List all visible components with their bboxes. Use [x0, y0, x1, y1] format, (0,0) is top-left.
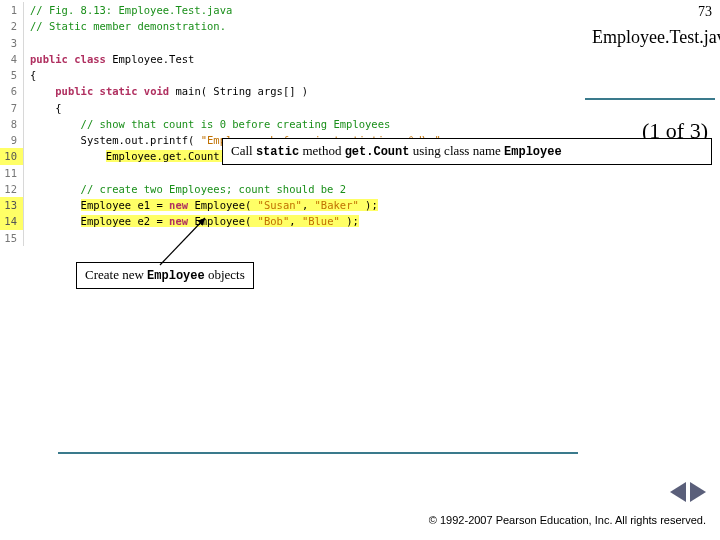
title-underline [585, 98, 715, 100]
keyword: public [30, 53, 68, 65]
prev-slide-icon[interactable] [670, 482, 686, 502]
code-comment: // show that count is 0 before creating … [81, 118, 391, 130]
slide-nav [670, 482, 706, 502]
code-text: Employee.Test [106, 53, 195, 65]
line-number: 12 [0, 181, 24, 197]
keyword: class [74, 53, 106, 65]
code-text: main( String args[] ) [169, 85, 308, 97]
footer-rule [58, 452, 578, 454]
code-listing: 1// Fig. 8.13: Employee.Test.java 2// St… [0, 2, 565, 246]
next-slide-icon[interactable] [690, 482, 706, 502]
code-comment: // Static member demonstration. [30, 20, 226, 32]
line-number: 2 [0, 18, 24, 34]
highlighted-code: Employee.get.Count() [106, 150, 232, 162]
slide-title: Employee.Test.java [592, 28, 712, 48]
line-number: 13 [0, 197, 24, 213]
line-number: 4 [0, 51, 24, 67]
line-number: 7 [0, 100, 24, 116]
line-number: 15 [0, 230, 24, 246]
highlighted-code: Employee e2 = new Employee( "Bob", "Blue… [81, 215, 359, 227]
line-number: 5 [0, 67, 24, 83]
code-text: { [55, 102, 61, 114]
keyword: static [93, 85, 137, 97]
code-text: System.out.printf( [81, 134, 201, 146]
line-number: 1 [0, 2, 24, 18]
line-number: 11 [0, 165, 24, 181]
code-comment: // create two Employees; count should be… [81, 183, 347, 195]
callout-static-method: Call static method get.Count using class… [222, 138, 712, 165]
callout-create-objects: Create new Employee objects [76, 262, 254, 289]
line-number: 3 [0, 35, 24, 51]
line-number: 9 [0, 132, 24, 148]
line-number: 8 [0, 116, 24, 132]
keyword: public [55, 85, 93, 97]
page-number: 73 [698, 4, 712, 20]
line-number: 10 [0, 148, 24, 164]
copyright-text: © 1992-2007 Pearson Education, Inc. All … [429, 514, 706, 526]
keyword: void [138, 85, 170, 97]
line-number: 14 [0, 213, 24, 229]
code-text: { [24, 67, 36, 83]
highlighted-code: Employee e1 = new Employee( "Susan", "Ba… [81, 199, 378, 211]
line-number: 6 [0, 83, 24, 99]
code-comment: // Fig. 8.13: Employee.Test.java [30, 4, 232, 16]
